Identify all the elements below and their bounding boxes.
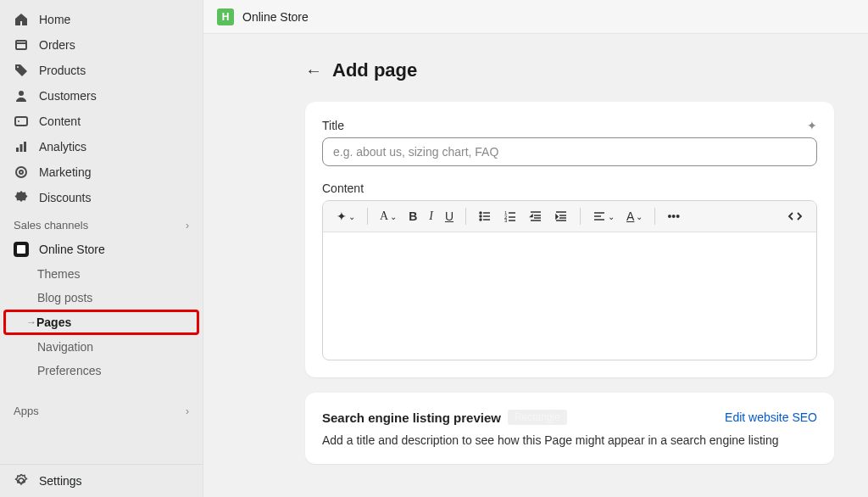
sub-label: Navigation — [37, 340, 93, 354]
page-form-card: Title ✦ Content ✦ ⌄ A ⌄ B I U 12 — [305, 102, 834, 377]
underline-button[interactable]: U — [440, 206, 459, 226]
font-select[interactable]: A ⌄ — [375, 206, 402, 226]
sales-channels-header[interactable]: Sales channels › — [0, 210, 203, 237]
back-arrow-icon[interactable]: ← — [305, 61, 322, 81]
title-label: Title — [322, 119, 344, 132]
nav-orders[interactable]: Orders — [0, 32, 203, 58]
svg-rect-4 — [16, 148, 19, 152]
seo-description: Add a title and description to see how t… — [322, 433, 817, 447]
sub-label: Blog posts — [37, 291, 92, 304]
nav-analytics[interactable]: Analytics — [0, 134, 203, 159]
target-icon — [14, 165, 29, 180]
topbar-title: Online Store — [242, 10, 309, 24]
nav-content[interactable]: Content — [0, 109, 203, 134]
arrow-right-icon: → — [26, 316, 36, 328]
edit-seo-link[interactable]: Edit website SEO — [725, 410, 817, 424]
svg-point-1 — [19, 91, 24, 96]
svg-rect-0 — [16, 41, 26, 49]
svg-rect-6 — [24, 142, 26, 152]
sub-label: Themes — [37, 267, 81, 281]
sidebar-sub-blog-posts[interactable]: Blog posts — [0, 286, 203, 310]
editor-toolbar: ✦ ⌄ A ⌄ B I U 123 ⌄ A ⌄ — [323, 201, 816, 232]
main-content: H Online Store ← Add page Title ✦ Conten… — [203, 0, 868, 497]
text-color-button[interactable]: A ⌄ — [621, 206, 648, 226]
indent-button[interactable] — [549, 206, 573, 226]
seo-card: Search engine listing preview Rectangle … — [305, 393, 834, 464]
more-button[interactable]: ••• — [662, 206, 685, 226]
analytics-icon — [14, 139, 29, 154]
page-header: ← Add page — [305, 59, 848, 81]
chevron-right-icon: › — [186, 220, 189, 232]
apps-header[interactable]: Apps › — [0, 396, 203, 422]
svg-point-10 — [480, 212, 481, 214]
nav-label: Home — [39, 13, 70, 26]
nav-label: Discounts — [39, 191, 91, 204]
sparkle-icon[interactable]: ✦ — [807, 119, 817, 132]
app-icon: H — [217, 8, 234, 25]
svg-point-8 — [19, 170, 23, 174]
sidebar-sub-navigation[interactable]: Navigation — [0, 335, 203, 359]
store-label: Online Store — [39, 243, 105, 256]
numbered-list-button[interactable]: 123 — [498, 206, 522, 226]
sidebar-sub-pages[interactable]: → Pages — [3, 310, 199, 335]
rectangle-badge: Rectangle — [508, 410, 567, 425]
italic-button[interactable]: I — [424, 206, 438, 226]
svg-text:3: 3 — [504, 218, 508, 223]
nav-label: Analytics — [39, 140, 86, 154]
sidebar-sub-preferences[interactable]: Preferences — [0, 359, 203, 383]
sidebar-item-online-store[interactable]: Online Store — [0, 237, 203, 262]
svg-rect-2 — [15, 117, 27, 126]
outdent-button[interactable] — [524, 206, 548, 226]
nav-marketing[interactable]: Marketing — [0, 159, 203, 185]
nav-label: Products — [39, 64, 86, 77]
svg-point-12 — [480, 215, 481, 217]
section-label: Apps — [14, 405, 39, 417]
nav-label: Marketing — [39, 165, 91, 179]
nav-discounts[interactable]: Discounts — [0, 185, 203, 210]
nav-customers[interactable]: Customers — [0, 83, 203, 109]
svg-rect-5 — [20, 144, 23, 152]
person-icon — [14, 88, 29, 103]
tag-icon — [14, 63, 29, 78]
editor-textarea[interactable] — [323, 232, 816, 360]
chevron-right-icon: › — [186, 405, 189, 417]
gear-icon — [14, 473, 29, 489]
discount-icon — [14, 190, 29, 205]
svg-point-14 — [480, 219, 481, 221]
nav-home[interactable]: Home — [0, 7, 203, 32]
home-icon — [14, 12, 29, 27]
sidebar-sub-themes[interactable]: Themes — [0, 262, 203, 286]
code-view-button[interactable] — [782, 206, 808, 226]
svg-rect-9 — [17, 245, 25, 254]
bullet-list-button[interactable] — [473, 206, 497, 226]
sidebar-settings[interactable]: Settings — [0, 464, 203, 497]
store-icon — [14, 242, 29, 257]
sub-label: Pages — [36, 316, 71, 329]
content-icon — [14, 114, 29, 129]
title-input[interactable] — [322, 137, 817, 166]
nav-label: Customers — [39, 89, 97, 103]
page-title: Add page — [332, 59, 417, 81]
sub-label: Preferences — [37, 364, 101, 377]
sidebar: Home Orders Products Customers Content A… — [0, 0, 203, 497]
seo-heading: Search engine listing preview — [322, 410, 501, 425]
settings-label: Settings — [39, 474, 82, 488]
orders-icon — [14, 37, 29, 53]
content-editor: ✦ ⌄ A ⌄ B I U 123 ⌄ A ⌄ — [322, 200, 817, 360]
svg-point-7 — [16, 167, 26, 177]
content-label: Content — [322, 181, 817, 195]
ai-button[interactable]: ✦ ⌄ — [331, 206, 360, 226]
align-button[interactable]: ⌄ — [587, 206, 620, 226]
bold-button[interactable]: B — [403, 206, 422, 226]
nav-label: Content — [39, 114, 81, 128]
nav-label: Orders — [39, 38, 75, 52]
nav-products[interactable]: Products — [0, 58, 203, 83]
topbar: H Online Store — [203, 0, 868, 34]
section-label: Sales channels — [14, 219, 88, 232]
svg-point-3 — [18, 120, 19, 122]
